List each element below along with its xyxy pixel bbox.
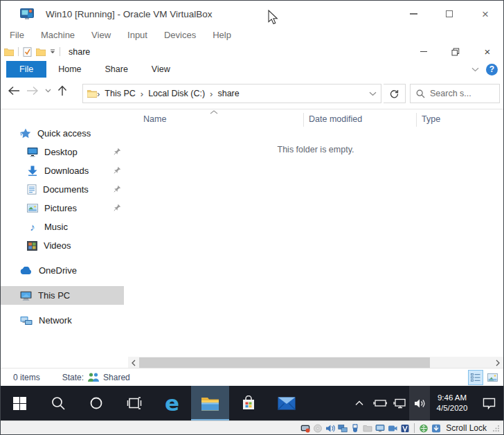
sidebar-label: Desktop — [44, 147, 78, 157]
sidebar-label: Music — [44, 222, 68, 232]
sidebar-item-onedrive[interactable]: OneDrive — [1, 261, 128, 280]
tray-show-hidden-icons-button[interactable] — [348, 386, 370, 420]
vbox-menu-devices[interactable]: Devices — [156, 30, 204, 40]
column-header-type[interactable]: Type — [422, 114, 440, 124]
sidebar-item-videos[interactable]: Videos — [1, 236, 128, 255]
vbox-window-controls: × — [395, 1, 503, 27]
tab-file[interactable]: File — [6, 61, 46, 78]
thumbnail-view-icon — [487, 373, 498, 382]
ribbon-collapse-chevron-icon[interactable] — [471, 67, 479, 72]
horizontal-scrollbar[interactable] — [128, 357, 503, 369]
hard-disk-status-icon[interactable] — [300, 424, 310, 433]
task-view-button[interactable] — [115, 386, 153, 420]
vbox-menu-machine[interactable]: Machine — [33, 30, 83, 40]
mouse-integration-status-icon[interactable] — [419, 424, 429, 433]
explorer-statusbar: 0 items State: Shared — [1, 368, 503, 386]
forward-button-icon[interactable] — [26, 86, 39, 96]
tab-view[interactable]: View — [140, 61, 182, 78]
sidebar-item-pictures[interactable]: Pictures — [1, 199, 128, 218]
cortana-button[interactable] — [77, 386, 115, 420]
vbox-maximize-button[interactable] — [431, 1, 467, 27]
sidebar-item-this-pc[interactable]: This PC — [1, 286, 124, 305]
column-divider[interactable] — [416, 113, 417, 127]
action-center-button[interactable] — [474, 386, 503, 420]
virtualbox-logo-icon — [19, 8, 35, 20]
thumbnail-view-button[interactable] — [485, 370, 500, 385]
mail-taskbar-button[interactable] — [267, 386, 305, 420]
breadcrumb-share[interactable]: share — [213, 89, 244, 98]
tray-volume-button[interactable] — [409, 386, 430, 420]
column-header-date-modified[interactable]: Date modified — [309, 114, 362, 124]
taskbar-search-button[interactable] — [39, 386, 77, 420]
vbox-menubar: File Machine View Input Devices Help — [1, 27, 503, 42]
sidebar-item-desktop[interactable]: Desktop — [1, 143, 128, 161]
sidebar-item-network[interactable]: Network — [1, 311, 128, 330]
audio-status-icon[interactable] — [325, 424, 335, 433]
shared-folders-status-icon[interactable] — [363, 424, 372, 433]
back-button-icon[interactable] — [8, 86, 20, 96]
clock-time: 9:46 AM — [438, 393, 467, 403]
file-explorer-window: share × File Home Share View ? — [1, 42, 503, 386]
tray-battery-button[interactable] — [370, 386, 390, 420]
folder-icon[interactable] — [4, 48, 14, 56]
scroll-left-arrow[interactable] — [128, 357, 139, 369]
tab-home[interactable]: Home — [46, 61, 93, 78]
vbox-menu-view[interactable]: View — [83, 30, 119, 40]
properties-check-icon[interactable] — [23, 47, 32, 57]
sidebar-item-music[interactable]: ♪ Music — [1, 218, 128, 236]
column-divider[interactable] — [303, 113, 304, 127]
sidebar-item-downloads[interactable]: Downloads — [1, 161, 128, 180]
explorer-minimize-button[interactable] — [408, 42, 440, 61]
vbox-menu-file[interactable]: File — [1, 30, 33, 40]
tray-network-button[interactable] — [390, 386, 409, 420]
scrollbar-thumb[interactable] — [139, 357, 430, 368]
search-input[interactable] — [430, 89, 492, 98]
address-breadcrumb-bar[interactable]: › This PC › Local Disk (C:) › share — [82, 84, 381, 103]
column-header-name[interactable]: Name — [143, 114, 166, 124]
file-explorer-taskbar-button[interactable] — [191, 386, 229, 420]
quick-access-toolbar: share — [1, 47, 90, 57]
resize-grip-icon[interactable] — [492, 425, 500, 432]
pin-icon — [114, 185, 121, 193]
tray-clock[interactable]: 9:46 AM 4/5/2020 — [430, 386, 474, 420]
downloads-arrow-icon — [27, 166, 38, 176]
network-status-icon[interactable] — [338, 424, 348, 433]
store-taskbar-button[interactable] — [229, 386, 267, 420]
start-button[interactable] — [1, 386, 39, 420]
up-button-icon[interactable] — [57, 85, 67, 96]
toolbar-dropdown-icon[interactable] — [50, 49, 55, 54]
search-box[interactable] — [410, 84, 500, 103]
recent-locations-chevron-icon[interactable] — [45, 89, 51, 93]
details-view-button[interactable] — [468, 370, 483, 385]
new-folder-icon[interactable] — [36, 48, 46, 56]
recording-status-icon[interactable] — [388, 424, 397, 433]
help-button[interactable]: ? — [486, 64, 498, 76]
virtualization-status-icon[interactable] — [400, 424, 410, 433]
file-explorer-icon — [201, 396, 219, 411]
address-dropdown-chevron-icon[interactable] — [369, 91, 377, 96]
vbox-menu-input[interactable]: Input — [119, 30, 156, 40]
usb-status-icon[interactable] — [350, 424, 360, 433]
mouse-cursor — [268, 10, 278, 25]
chevron-right-icon — [496, 359, 500, 366]
vbox-minimize-button[interactable] — [395, 1, 431, 27]
sidebar-item-quick-access[interactable]: Quick access — [1, 124, 128, 143]
breadcrumb-local-disk-c[interactable]: Local Disk (C:) — [143, 89, 210, 98]
sidebar-item-documents[interactable]: Documents — [1, 180, 128, 199]
explorer-window-title: share — [69, 47, 90, 57]
explorer-restore-button[interactable] — [440, 42, 471, 61]
optical-disk-status-icon[interactable] — [313, 424, 323, 433]
refresh-icon — [390, 89, 399, 98]
breadcrumb-this-pc[interactable]: This PC — [100, 89, 140, 98]
tab-share[interactable]: Share — [93, 61, 140, 78]
keyboard-capture-status-icon[interactable] — [431, 424, 441, 433]
display-status-icon[interactable] — [375, 424, 385, 433]
sidebar-label: This PC — [38, 290, 70, 301]
scroll-right-arrow[interactable] — [492, 357, 503, 369]
explorer-close-button[interactable]: × — [471, 42, 503, 61]
vbox-menu-help[interactable]: Help — [204, 30, 240, 40]
vbox-close-button[interactable]: × — [467, 1, 503, 27]
search-icon — [416, 89, 425, 98]
edge-browser-button[interactable]: e — [153, 386, 191, 420]
refresh-button[interactable] — [384, 84, 406, 103]
